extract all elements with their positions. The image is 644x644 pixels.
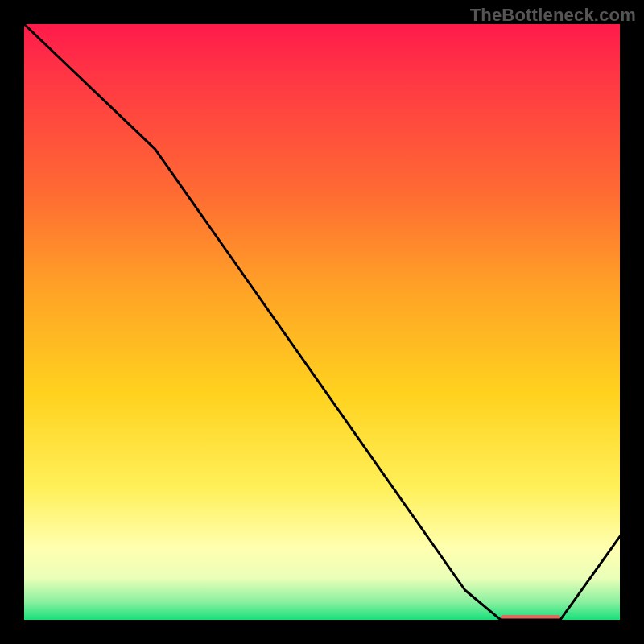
chart-frame: TheBottleneck.com — [0, 0, 644, 644]
plot-area — [24, 24, 620, 620]
watermark-text: TheBottleneck.com — [470, 5, 636, 26]
chart-svg — [24, 24, 620, 620]
bottleneck-curve — [24, 24, 620, 620]
